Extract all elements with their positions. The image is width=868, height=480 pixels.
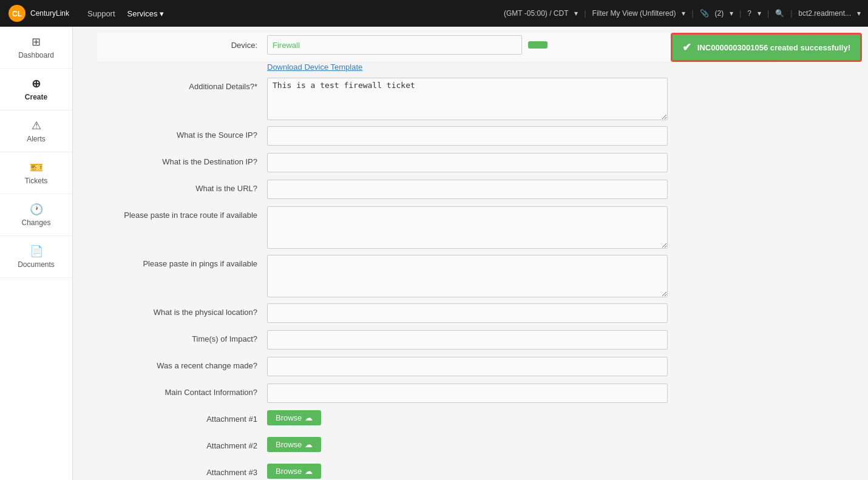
main-contact-row: Main Contact Information? — [97, 384, 777, 404]
dashboard-icon: ⊞ — [32, 35, 41, 49]
device-label: Device: — [97, 41, 267, 50]
attachment2-label: Attachment #2 — [97, 437, 267, 450]
browse3-label: Browse — [276, 467, 302, 476]
traceroute-input[interactable] — [267, 206, 668, 249]
logo[interactable]: CL CenturyLink — [7, 4, 69, 23]
sidebar-label-changes: Changes — [21, 218, 50, 227]
pings-label: Please paste in pings if available — [97, 255, 267, 268]
services-nav-link[interactable]: Services ▾ — [121, 9, 171, 18]
device-input[interactable] — [267, 35, 522, 55]
help-chevron-icon: ▾ — [758, 9, 761, 18]
toast-message: INC0000003001056 created successfully! — [697, 43, 850, 52]
sidebar: ⊞ Dashboard ⊕ Create ⚠ Alerts 🎫 Tickets … — [0, 27, 73, 480]
create-icon: ⊕ — [32, 77, 41, 90]
help-icon[interactable]: ? — [747, 9, 751, 18]
notification-chevron-icon: ▾ — [730, 9, 733, 18]
top-nav-right: (GMT -05:00) / CDT ▾ | Filter My View (U… — [504, 9, 861, 18]
top-navigation: CL CenturyLink Support Services ▾ (GMT -… — [0, 0, 868, 27]
alerts-icon: ⚠ — [32, 119, 41, 132]
download-device-template-link[interactable]: Download Device Template — [267, 63, 777, 72]
url-row: What is the URL? — [97, 180, 777, 200]
timezone-chevron-icon: ▾ — [574, 9, 578, 18]
additional-details-input[interactable]: This is a test firewall ticket — [267, 78, 668, 120]
documents-icon: 📄 — [30, 245, 43, 258]
sidebar-item-alerts[interactable]: ⚠ Alerts — [0, 110, 72, 152]
sidebar-label-documents: Documents — [18, 260, 55, 269]
toast-check-icon: ✔ — [682, 41, 691, 54]
sidebar-label-create: Create — [25, 93, 47, 101]
device-input-container — [267, 35, 548, 55]
physical-location-input[interactable] — [267, 303, 668, 323]
attachment3-label: Attachment #3 — [97, 464, 267, 477]
traceroute-label: Please paste in trace route if available — [97, 206, 267, 220]
user-chevron-icon: ▾ — [857, 9, 861, 18]
url-input[interactable] — [267, 180, 668, 199]
device-button[interactable] — [528, 41, 548, 49]
source-ip-label: What is the Source IP? — [97, 126, 267, 140]
source-ip-input[interactable] — [267, 126, 668, 146]
form-area: Device: Download Device Template Additio… — [73, 27, 801, 480]
upload1-icon: ☁ — [305, 413, 313, 422]
sidebar-item-dashboard[interactable]: ⊞ Dashboard — [0, 27, 72, 69]
sidebar-item-tickets[interactable]: 🎫 Tickets — [0, 152, 72, 194]
notification-icon[interactable]: 📎 — [700, 9, 709, 18]
search-icon[interactable]: 🔍 — [775, 9, 784, 18]
additional-details-row: Additional Details?* This is a test fire… — [97, 78, 777, 120]
attachment2-browse-button[interactable]: Browse ☁ — [267, 437, 321, 452]
sidebar-label-dashboard: Dashboard — [18, 51, 54, 59]
attachment2-row: Attachment #2 Browse ☁ — [97, 437, 777, 458]
filter-label[interactable]: Filter My View (Unfiltered) — [592, 9, 676, 18]
sidebar-item-create[interactable]: ⊕ Create — [0, 69, 72, 110]
notification-count: (2) — [715, 9, 724, 18]
additional-details-label: Additional Details?* — [97, 78, 267, 91]
svg-text:CL: CL — [12, 10, 22, 18]
filter-chevron-icon: ▾ — [682, 9, 685, 18]
attachment1-label: Attachment #1 — [97, 410, 267, 424]
pings-input[interactable] — [267, 255, 668, 297]
times-of-impact-row: Time(s) of Impact? — [97, 330, 777, 351]
recent-change-input[interactable] — [267, 357, 668, 376]
main-contact-input[interactable] — [267, 384, 668, 403]
recent-change-row: Was a recent change made? — [97, 357, 777, 377]
times-of-impact-label: Time(s) of Impact? — [97, 330, 267, 343]
support-nav-link[interactable]: Support — [81, 9, 121, 18]
traceroute-row: Please paste in trace route if available — [97, 206, 777, 249]
timezone-label: (GMT -05:00) / CDT — [504, 9, 568, 18]
changes-icon: 🕐 — [30, 203, 43, 216]
dest-ip-row: What is the Destination IP? — [97, 153, 777, 174]
attachment3-row: Attachment #3 Browse ☁ — [97, 464, 777, 480]
times-of-impact-input[interactable] — [267, 330, 668, 350]
upload2-icon: ☁ — [305, 440, 313, 449]
user-menu[interactable]: bct2.readment... — [798, 9, 851, 18]
main-content: Device: Download Device Template Additio… — [73, 27, 868, 480]
physical-location-row: What is the physical location? — [97, 303, 777, 324]
dest-ip-input[interactable] — [267, 153, 668, 172]
toast-notification: ✔ INC0000003001056 created successfully! — [671, 33, 862, 62]
attachment1-browse-button[interactable]: Browse ☁ — [267, 410, 321, 425]
pings-row: Please paste in pings if available — [97, 255, 777, 297]
tickets-icon: 🎫 — [30, 161, 43, 174]
sidebar-item-changes[interactable]: 🕐 Changes — [0, 194, 72, 236]
recent-change-label: Was a recent change made? — [97, 357, 267, 370]
attachment1-row: Attachment #1 Browse ☁ — [97, 410, 777, 431]
browse1-label: Browse — [276, 413, 302, 422]
source-ip-row: What is the Source IP? — [97, 126, 777, 147]
attachment3-browse-button[interactable]: Browse ☁ — [267, 464, 321, 479]
physical-location-label: What is the physical location? — [97, 303, 267, 317]
logo-text: CenturyLink — [30, 9, 69, 18]
browse2-label: Browse — [276, 440, 302, 449]
chevron-down-icon: ▾ — [160, 9, 164, 18]
main-contact-label: Main Contact Information? — [97, 384, 267, 397]
upload3-icon: ☁ — [305, 467, 313, 476]
sidebar-label-alerts: Alerts — [27, 135, 46, 143]
url-label: What is the URL? — [97, 180, 267, 193]
dest-ip-label: What is the Destination IP? — [97, 153, 267, 166]
sidebar-item-documents[interactable]: 📄 Documents — [0, 236, 72, 278]
sidebar-label-tickets: Tickets — [25, 177, 48, 185]
